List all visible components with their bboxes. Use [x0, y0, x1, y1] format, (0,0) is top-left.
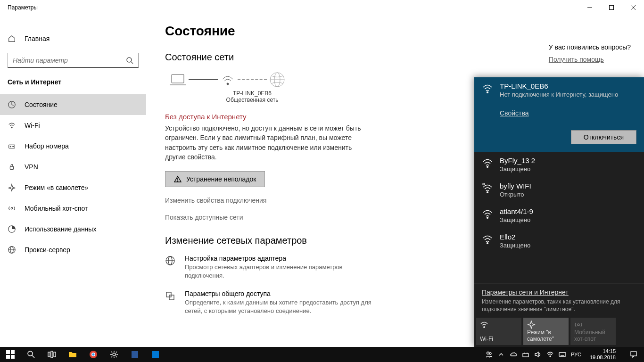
dashed-line [238, 79, 267, 80]
option-desc: Просмотр сетевых адаптеров и изменение п… [185, 263, 382, 280]
search-box[interactable] [8, 53, 139, 68]
wifi-icon [8, 121, 16, 130]
file-explorer-button[interactable] [62, 347, 83, 362]
tile-label: Wi-Fi [480, 336, 518, 342]
minimize-button[interactable] [579, 0, 601, 15]
chrome-button[interactable] [83, 347, 104, 362]
wifi-icon [480, 321, 518, 329]
tile-airplane[interactable]: Режим "в самолете" [523, 318, 569, 345]
sidebar-item-airplane[interactable]: Режим «в самолете» [0, 177, 146, 198]
sidebar-item-datausage[interactable]: Использование данных [0, 219, 146, 239]
sidebar-item-label: VPN [25, 163, 38, 171]
svg-rect-19 [172, 74, 184, 83]
network-tray-icon[interactable] [522, 351, 529, 358]
vpn-icon [8, 163, 16, 171]
start-button[interactable] [0, 347, 21, 362]
sidebar-item-label: Использование данных [25, 225, 96, 233]
taskview-button[interactable] [41, 347, 62, 362]
globe-icon [269, 71, 286, 88]
warning-icon [174, 175, 182, 183]
sidebar-item-hotspot[interactable]: Мобильный хот-спот [0, 198, 146, 219]
network-item[interactable]: ByFly_13 2Защищено [474, 152, 644, 177]
tile-hotspot[interactable]: Мобильный хот-спот [570, 318, 616, 345]
network-item[interactable]: Ello2Защищено [474, 228, 644, 254]
sidebar-item-dialup[interactable]: Набор номера [0, 136, 146, 156]
sidebar-home-label: Главная [25, 35, 50, 42]
volume-icon[interactable] [534, 351, 542, 358]
svg-rect-60 [559, 353, 566, 356]
svg-point-51 [113, 353, 116, 356]
svg-rect-40 [11, 350, 15, 354]
onedrive-icon[interactable] [510, 351, 517, 358]
close-button[interactable] [622, 0, 644, 15]
tile-wifi[interactable]: Wi-Fi [476, 318, 521, 345]
time: 14:15 [590, 348, 616, 354]
sharing-settings-option[interactable]: Параметры общего доступа Определите, к к… [165, 290, 382, 315]
svg-point-43 [28, 351, 33, 356]
airplane-icon [527, 321, 565, 329]
network-status: Защищено [500, 242, 530, 249]
help-link[interactable]: Получить помощь [549, 56, 631, 63]
network-item[interactable]: byfly WIFIОткрыто [474, 177, 644, 203]
app-button[interactable] [145, 347, 166, 362]
wifi-flyout: TP-LINK_0EB6 Нет подключения к Интернету… [474, 77, 644, 347]
sidebar-home[interactable]: Главная [0, 28, 146, 49]
maximize-button[interactable] [601, 0, 622, 15]
dialup-icon [8, 142, 16, 150]
laptop-icon [169, 73, 187, 87]
svg-rect-13 [10, 166, 13, 169]
airplane-icon [8, 183, 16, 192]
network-settings-desc: Изменение параметров, таких как установл… [482, 298, 636, 313]
svg-rect-10 [9, 145, 15, 148]
network-name: atlant4/1-9 [500, 207, 533, 215]
network-settings-link[interactable]: Параметры сети и Интернет [482, 288, 636, 296]
keyboard-icon[interactable] [559, 351, 566, 358]
people-icon[interactable] [485, 351, 493, 358]
adapter-icon [165, 255, 176, 280]
sidebar-item-proxy[interactable]: Прокси-сервер [0, 239, 146, 260]
svg-point-12 [13, 146, 14, 147]
app-button[interactable] [124, 347, 145, 362]
chevron-up-icon[interactable] [497, 351, 505, 358]
hotspot-icon [574, 321, 612, 329]
disconnect-button[interactable]: Отключиться [571, 130, 636, 144]
notifications-button[interactable] [624, 351, 643, 358]
home-icon [8, 34, 16, 43]
properties-link[interactable]: Свойства [500, 109, 636, 117]
sidebar-item-label: Состояние [25, 101, 58, 108]
search-input[interactable] [13, 57, 126, 64]
sidebar-item-label: Набор номера [25, 142, 69, 150]
svg-rect-52 [132, 351, 138, 358]
adapter-settings-option[interactable]: Настройка параметров адаптера Просмотр с… [165, 255, 382, 280]
sidebar-item-wifi[interactable]: Wi-Fi [0, 115, 146, 136]
svg-point-21 [227, 83, 229, 85]
sharing-icon [165, 290, 176, 315]
language-indicator[interactable]: РУС [571, 352, 581, 357]
sidebar-item-vpn[interactable]: VPN [0, 156, 146, 177]
settings-taskbar-button[interactable] [104, 347, 124, 362]
window-title: Параметры [8, 4, 38, 11]
sidebar-item-status[interactable]: Состояние [0, 94, 146, 115]
troubleshoot-label: Устранение неполадок [186, 175, 256, 183]
svg-point-14 [11, 207, 13, 209]
network-list: TP-LINK_0EB6 Нет подключения к Интернету… [474, 77, 644, 283]
clock[interactable]: 14:15 19.08.2018 [586, 348, 619, 360]
titlebar: Параметры [0, 0, 644, 15]
svg-point-37 [484, 327, 485, 328]
search-button[interactable] [21, 347, 41, 362]
sidebar-item-label: Мобильный хот-спот [25, 205, 88, 212]
wifi-tray-icon[interactable] [546, 351, 554, 358]
page-title: Состояние [165, 24, 630, 39]
svg-rect-31 [169, 295, 174, 300]
svg-point-9 [11, 127, 12, 128]
option-desc: Определите, к каким данным вы хотите пре… [185, 298, 382, 315]
wifi-router-icon [220, 73, 236, 87]
svg-rect-42 [11, 355, 15, 359]
sidebar-category: Сеть и Интернет [0, 75, 146, 94]
network-item-active[interactable]: TP-LINK_0EB6 Нет подключения к Интернету… [474, 77, 644, 152]
svg-rect-39 [6, 350, 10, 354]
troubleshoot-button[interactable]: Устранение неполадок [165, 171, 265, 187]
date: 19.08.2018 [590, 354, 616, 361]
quick-tiles: Wi-Fi Режим "в самолете" Мобильный хот-с… [474, 316, 644, 347]
network-item[interactable]: atlant4/1-9Защищено [474, 203, 644, 228]
